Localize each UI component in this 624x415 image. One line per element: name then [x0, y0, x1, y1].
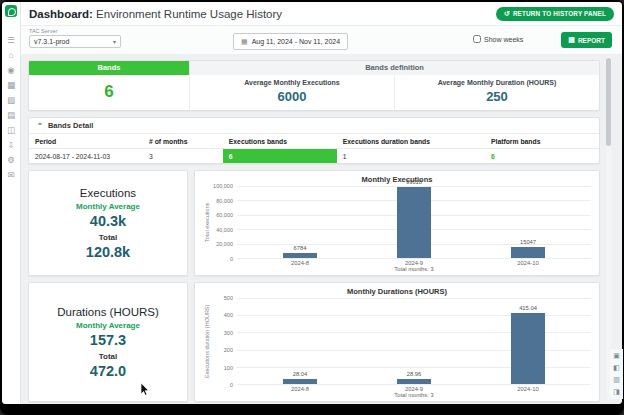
y-tick-label: 40,000 — [216, 227, 233, 233]
home-icon[interactable]: ⌂ — [8, 51, 13, 60]
bands-detail-panel: ⌃ Bands Detail Period # of months Execut… — [28, 117, 600, 164]
bands-header: Bands — [29, 61, 189, 75]
jobs-icon[interactable]: ▧ — [7, 96, 15, 105]
bar[interactable] — [511, 247, 545, 258]
table-header-row: Period # of months Executions bands Exec… — [29, 134, 599, 149]
return-to-history-button[interactable]: ↺ RETURN TO HISTORY PANEL — [496, 7, 614, 21]
gridline — [237, 384, 591, 385]
left-sidebar: ☰ ⌂ ◉ ▦ ▧ ▤ ◫ ⇩ ⚙ ✉ — [2, 2, 21, 404]
bands-count: 6 — [29, 75, 189, 110]
x-axis-label: Total months: 3 — [237, 266, 591, 273]
bar-group: 6784 — [243, 186, 357, 258]
page-title: Dashboard: Environment Runtime Usage His… — [29, 8, 282, 20]
bar-value-label: 99018 — [357, 179, 471, 185]
chevron-down-icon: ▾ — [113, 38, 116, 45]
vertical-scrollbar[interactable] — [606, 56, 611, 400]
show-weeks-control: Show weeks — [473, 35, 523, 43]
bands-detail-toggle[interactable]: ⌃ Bands Detail — [29, 118, 599, 133]
x-axis-label: Total months: 3 — [237, 392, 591, 399]
filter-toolbar: TAC Server v7.3.1-prod ▾ ▦ Aug 11, 2024 … — [21, 26, 622, 55]
cell-platform-bands: 6 — [485, 149, 599, 164]
dock-icon[interactable]: ◧ — [613, 364, 620, 372]
executions-title: Executions — [80, 187, 136, 199]
y-tick-label: 100 — [224, 365, 233, 371]
page-title-text: Environment Runtime Usage History — [93, 8, 282, 20]
cell-months: 3 — [143, 149, 223, 164]
y-tick-label: 0 — [230, 382, 233, 388]
bar[interactable] — [397, 379, 431, 384]
menu-icon[interactable]: ☰ — [7, 36, 15, 45]
tac-server-select[interactable]: v7.3.1-prod ▾ — [29, 35, 121, 48]
metrics-icon[interactable]: ◫ — [7, 126, 15, 135]
y-axis-ticks: 100,00080,00060,00040,00020,0000 — [211, 186, 237, 259]
projects-icon[interactable]: ▦ — [7, 81, 15, 90]
y-axis-label: Total executions — [203, 186, 211, 259]
bar-value-label: 28.96 — [357, 371, 471, 377]
y-tick-label: 200 — [224, 347, 233, 353]
bar-group: 99018 — [357, 186, 471, 258]
show-weeks-checkbox[interactable] — [473, 35, 481, 43]
bar[interactable] — [283, 379, 317, 384]
settings-icon[interactable]: ⚙ — [7, 156, 15, 165]
bands-detail-title: Bands Detail — [48, 121, 93, 130]
bar[interactable] — [511, 313, 545, 384]
bar-value-label: 415.04 — [471, 305, 585, 311]
durations-total-value: 472.0 — [90, 363, 126, 379]
col-months: # of months — [143, 134, 223, 149]
bar[interactable] — [397, 187, 431, 258]
bar[interactable] — [283, 253, 317, 258]
tac-server-field: TAC Server v7.3.1-prod ▾ — [29, 28, 121, 48]
app-window: ☰ ⌂ ◉ ▦ ▧ ▤ ◫ ⇩ ⚙ ✉ Dashboard: Environme… — [2, 2, 622, 404]
bar-group: 28.04 — [243, 298, 357, 384]
page-header: Dashboard: Environment Runtime Usage His… — [21, 2, 622, 26]
dashboard-content: Bands Bands definition 6 Average Monthly… — [21, 54, 622, 404]
avg-monthly-executions-label: Average Monthly Executions — [190, 79, 394, 86]
bars: 67849901815047 — [237, 186, 591, 258]
scrollbar-thumb[interactable] — [606, 58, 611, 146]
executions-total-label: Total — [99, 233, 118, 242]
messages-icon[interactable]: ✉ — [7, 171, 14, 180]
dock-icon[interactable]: ◨ — [613, 388, 620, 396]
durations-avg-value: 157.3 — [90, 332, 126, 348]
col-period: Period — [29, 134, 143, 149]
avg-monthly-duration-cell: Average Monthly Duration (HOURS) 250 — [394, 75, 599, 110]
y-axis-ticks: 5004003002001000 — [211, 298, 237, 385]
y-tick-label: 20,000 — [216, 241, 233, 247]
executions-row: Executions Monthly Average 40.3k Total 1… — [28, 170, 600, 276]
avg-monthly-executions-cell: Average Monthly Executions 6000 — [189, 75, 394, 110]
cell-period: 2024-08-17 - 2024-11-03 — [29, 149, 143, 164]
avg-monthly-executions-value: 6000 — [190, 89, 394, 104]
chart-title: Monthly Durations (HOURS) — [203, 287, 591, 296]
app-logo-icon[interactable] — [5, 5, 17, 17]
dock-icon[interactable]: ▥ — [613, 376, 620, 384]
executions-stats-panel: Executions Monthly Average 40.3k Total 1… — [28, 170, 188, 276]
y-tick-label: 80,000 — [216, 198, 233, 204]
bar-value-label: 6784 — [243, 245, 357, 251]
y-axis-label: Executions duration (HOURS) — [203, 298, 211, 385]
plot-area: 67849901815047 — [237, 186, 591, 259]
x-axis-categories: 2024-82024-92024-10 — [237, 259, 591, 266]
page-title-prefix: Dashboard: — [29, 8, 93, 20]
gridline — [237, 258, 591, 259]
col-platform-bands: Platform bands — [485, 134, 599, 149]
date-range-picker[interactable]: ▦ Aug 11, 2024 - Nov 11, 2024 — [233, 33, 348, 50]
monthly-executions-chart: Monthly Executions Total executions 100,… — [194, 170, 600, 276]
dock-icon[interactable]: ▣ — [613, 352, 620, 360]
avg-monthly-duration-value: 250 — [395, 89, 599, 104]
servers-icon[interactable]: ▤ — [7, 111, 15, 120]
table-row[interactable]: 2024-08-17 - 2024-11-03 3 6 1 6 — [29, 149, 599, 164]
cell-exec-dur-bands: 1 — [337, 149, 485, 164]
bar-group: 415.04 — [471, 298, 585, 384]
bands-definition-header: Bands definition — [189, 61, 599, 75]
user-icon[interactable]: ◉ — [7, 66, 14, 75]
y-tick-label: 100,000 — [213, 183, 233, 189]
report-button[interactable]: ▤ REPORT — [561, 32, 612, 48]
report-file-icon: ▤ — [568, 36, 575, 44]
download-icon[interactable]: ⇩ — [7, 141, 14, 150]
durations-avg-label: Monthly Average — [76, 321, 140, 330]
y-tick-label: 0 — [230, 256, 233, 262]
executions-avg-value: 40.3k — [90, 213, 126, 229]
date-range-value: Aug 11, 2024 - Nov 11, 2024 — [252, 38, 340, 45]
back-arrow-icon: ↺ — [504, 10, 510, 18]
bands-summary: Bands Bands definition 6 Average Monthly… — [28, 60, 600, 111]
